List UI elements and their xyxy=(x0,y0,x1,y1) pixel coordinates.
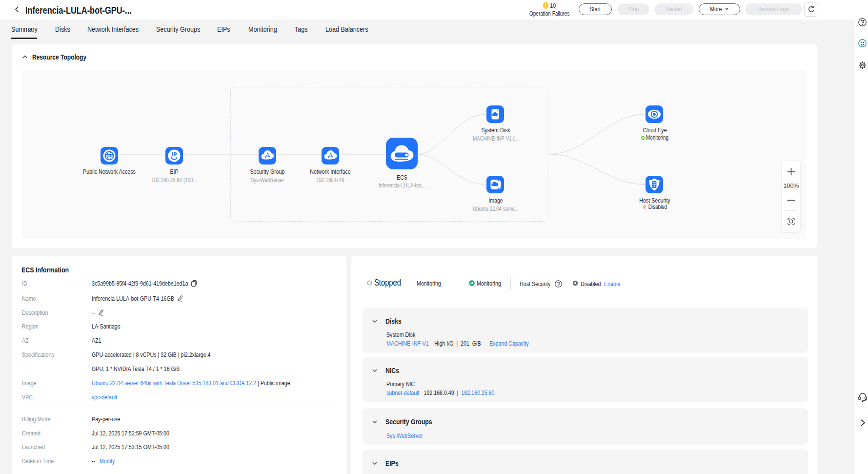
svg-text:IP: IP xyxy=(172,151,177,157)
svg-text:WWW: WWW xyxy=(106,154,113,157)
